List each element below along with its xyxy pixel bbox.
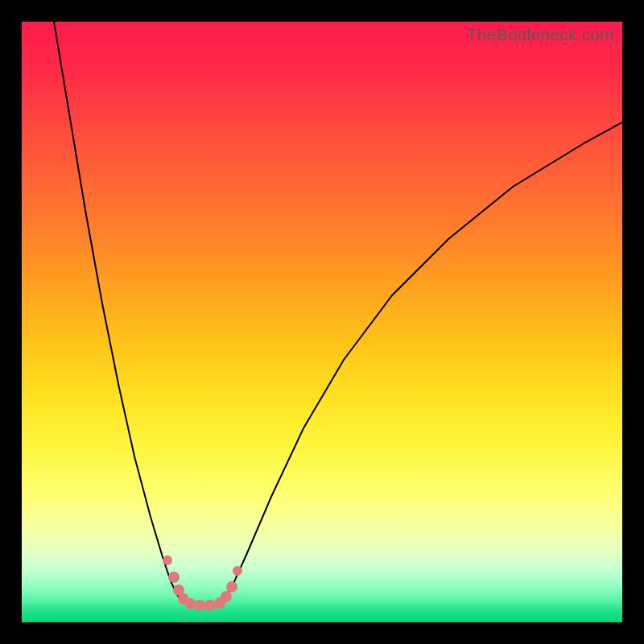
- marker-dot: [195, 600, 206, 611]
- marker-dot: [168, 572, 180, 583]
- marker-dot: [221, 591, 232, 602]
- plot-area: TheBottleneck.com: [22, 22, 622, 622]
- series-left: [54, 22, 183, 601]
- marker-dot: [226, 581, 237, 592]
- chart-frame: TheBottleneck.com: [0, 0, 644, 644]
- right-branch-path: [223, 122, 622, 601]
- marker-dot: [204, 600, 216, 611]
- left-branch-path: [54, 22, 183, 601]
- marker-dot: [163, 555, 172, 565]
- highlight-dots: [163, 555, 242, 611]
- marker-dot: [233, 566, 242, 576]
- curve-layer: [22, 22, 622, 622]
- series-right: [223, 122, 622, 601]
- marker-dot: [185, 598, 196, 609]
